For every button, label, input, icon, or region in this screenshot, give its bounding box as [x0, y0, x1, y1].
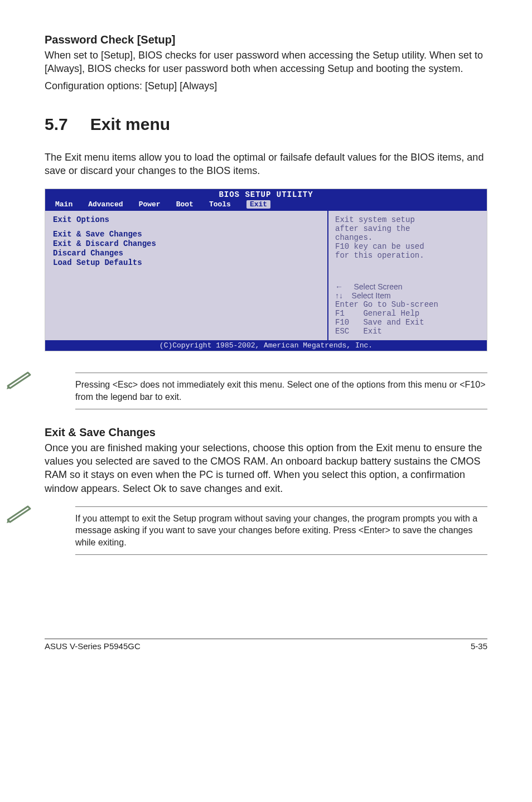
bios-key-line: F10 Save and Exit [335, 318, 480, 327]
bios-window: BIOS SETUP UTILITY Main Advanced Power B… [45, 189, 487, 351]
bios-item-load-defaults[interactable]: Load Setup Defaults [53, 258, 320, 267]
bios-menu-main[interactable]: Main [55, 200, 72, 209]
bios-right-pane: Exit system setup after saving the chang… [328, 211, 487, 340]
bios-menu-power[interactable]: Power [139, 200, 161, 209]
bios-menu-boot[interactable]: Boot [176, 200, 194, 209]
bios-item-exit-discard[interactable]: Exit & Discard Changes [53, 239, 320, 248]
footer-page-number: 5-35 [471, 641, 487, 651]
bios-help-text: Exit system setup after saving the chang… [335, 215, 480, 282]
bios-key-hints: ← Select Screen ↑↓ Select Item Enter Go … [335, 282, 480, 336]
bios-app-title: BIOS SETUP UTILITY [45, 189, 487, 199]
bios-help-line: changes. [335, 233, 480, 242]
note-icon [6, 499, 36, 526]
bios-key-line: Enter Go to Sub-screen [335, 300, 480, 309]
chapter-title: Exit menu [90, 115, 170, 133]
bios-exit-options-title: Exit Options [53, 215, 320, 224]
footer-product: ASUS V-Series P5945GC [45, 641, 141, 651]
bios-key-line: ← Select Screen [335, 282, 480, 291]
bios-copyright: (C)Copyright 1985-2002, American Megatre… [45, 340, 487, 351]
bios-menu-tools[interactable]: Tools [209, 200, 231, 209]
page-footer: ASUS V-Series P5945GC 5-35 [45, 639, 487, 651]
chapter-number: 5.7 [45, 115, 68, 134]
bios-menu-advanced[interactable]: Advanced [88, 200, 123, 209]
bios-left-pane: Exit Options Exit & Save Changes Exit & … [45, 211, 328, 340]
bios-help-line: after saving the [335, 224, 480, 233]
password-check-heading: Password Check [Setup] [45, 33, 487, 46]
exit-save-body: Once you are finished making your select… [45, 441, 487, 495]
bios-key-line: ↑↓ Select Item [335, 291, 480, 300]
bios-key-line: F1 General Help [335, 309, 480, 318]
note-exit-without-save: If you attempt to exit the Setup program… [75, 506, 487, 555]
bios-help-line: for this operation. [335, 251, 480, 260]
bios-menu-bar: Main Advanced Power Boot Tools Exit [45, 199, 487, 211]
bios-item-exit-save[interactable]: Exit & Save Changes [53, 230, 320, 239]
exit-save-heading: Exit & Save Changes [45, 426, 487, 439]
chapter-heading: 5.7Exit menu [45, 115, 487, 134]
password-check-config: Configuration options: [Setup] [Always] [45, 79, 487, 93]
bios-item-discard[interactable]: Discard Changes [53, 249, 320, 258]
note-esc: Pressing <Esc> does not immediately exit… [75, 373, 487, 409]
bios-help-line: F10 key can be used [335, 242, 480, 251]
bios-key-line: ESC Exit [335, 327, 480, 336]
chapter-intro: The Exit menu items allow you to load th… [45, 151, 487, 178]
password-check-body: When set to [Setup], BIOS checks for use… [45, 49, 487, 76]
bios-menu-exit[interactable]: Exit [246, 200, 270, 209]
note-icon [6, 365, 36, 393]
bios-help-line: Exit system setup [335, 215, 480, 224]
